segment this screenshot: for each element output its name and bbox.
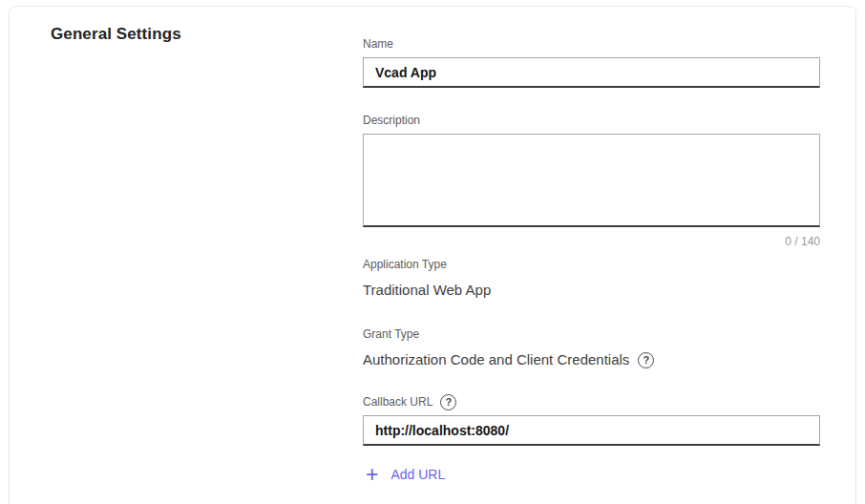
application-type-label: Application Type	[363, 258, 820, 272]
add-url-label: Add URL	[390, 467, 445, 482]
name-input[interactable]	[363, 57, 820, 88]
description-char-counter: 0 / 140	[363, 235, 820, 249]
name-label: Name	[363, 37, 820, 52]
grant-type-value: Authorization Code and Client Credential…	[363, 351, 629, 368]
description-label: Description	[363, 114, 820, 128]
callback-url-label: Callback URL	[363, 395, 432, 410]
grant-type-label: Grant Type	[363, 327, 820, 342]
callback-url-help-icon[interactable]: ?	[440, 394, 456, 410]
description-input[interactable]	[363, 134, 820, 227]
general-settings-card: General Settings Name Description 0 / 14…	[9, 6, 856, 504]
plus-icon: +	[366, 466, 378, 483]
grant-type-help-icon[interactable]: ?	[638, 352, 654, 368]
section-title: General Settings	[51, 25, 181, 44]
grant-type-value-row: Authorization Code and Client Credential…	[363, 351, 820, 368]
callback-url-input[interactable]	[363, 415, 820, 446]
settings-form: Name Description 0 / 140 Application Typ…	[363, 37, 820, 483]
application-type-value: Traditional Web App	[363, 282, 820, 299]
callback-url-label-row: Callback URL ?	[363, 394, 820, 410]
add-url-button[interactable]: + Add URL	[363, 466, 445, 483]
